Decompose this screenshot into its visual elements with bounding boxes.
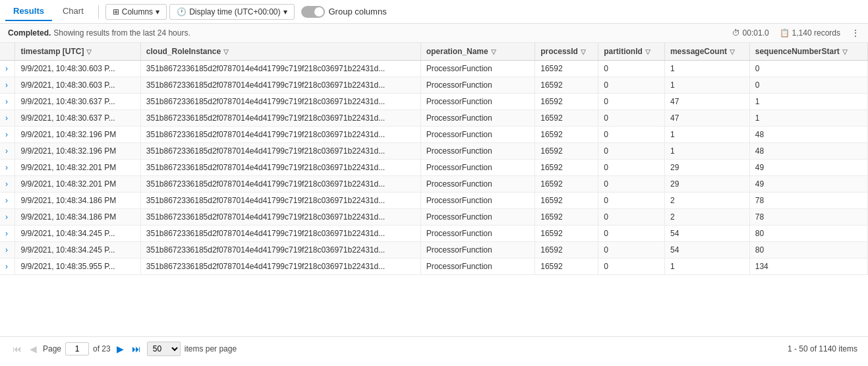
cell-timestamp: 9/9/2021, 10:48:34.245 P... xyxy=(15,242,140,259)
range-label: 1 - 50 of 1140 items xyxy=(788,344,857,353)
cell-partitionid: 0 xyxy=(598,94,665,110)
cell-cloud_roleinstance: 351b8672336185d2f0787014e4d41799c719f218… xyxy=(140,94,420,110)
cell-messagecount: 1 xyxy=(664,143,749,160)
table-row[interactable]: ›9/9/2021, 10:48:30.637 P...351b86723361… xyxy=(0,110,868,127)
table-row[interactable]: ›9/9/2021, 10:48:32.201 PM351b8672336185… xyxy=(0,176,868,193)
filter-cloud-role-icon[interactable]: ▽ xyxy=(223,48,229,55)
table-row[interactable]: ›9/9/2021, 10:48:34.245 P...351b86723361… xyxy=(0,226,868,242)
table-row[interactable]: ›9/9/2021, 10:48:34.245 P...351b86723361… xyxy=(0,242,868,259)
cell-partitionid: 0 xyxy=(598,209,665,226)
cell-messagecount: 2 xyxy=(664,209,749,226)
cell-timestamp: 9/9/2021, 10:48:30.603 P... xyxy=(15,61,140,77)
table-row[interactable]: ›9/9/2021, 10:48:34.186 PM351b8672336185… xyxy=(0,209,868,226)
row-expand-btn[interactable]: › xyxy=(0,242,15,259)
row-expand-btn[interactable]: › xyxy=(0,61,15,77)
table-row[interactable]: ›9/9/2021, 10:48:30.603 P...351b86723361… xyxy=(0,61,868,77)
table-row[interactable]: ›9/9/2021, 10:48:32.201 PM351b8672336185… xyxy=(0,160,868,176)
cell-operation_name: ProcessorFunction xyxy=(420,61,535,77)
cell-operation_name: ProcessorFunction xyxy=(420,242,535,259)
tab-chart[interactable]: Chart xyxy=(55,2,92,21)
cell-sequencenumberstart: 134 xyxy=(749,259,867,275)
row-expand-btn[interactable]: › xyxy=(0,143,15,160)
table-row[interactable]: ›9/9/2021, 10:48:30.603 P...351b86723361… xyxy=(0,77,868,94)
table-row[interactable]: ›9/9/2021, 10:48:35.955 P...351b86723361… xyxy=(0,259,868,275)
th-message-count-label: messageCount xyxy=(670,47,727,56)
cell-sequencenumberstart: 0 xyxy=(749,77,867,94)
toolbar: Results Chart ⊞ Columns ▾ 🕐 Display time… xyxy=(0,0,868,24)
cell-sequencenumberstart: 49 xyxy=(749,160,867,176)
cell-processid: 16592 xyxy=(535,242,598,259)
row-expand-btn[interactable]: › xyxy=(0,77,15,94)
th-operation-name[interactable]: operation_Name ▽ xyxy=(420,43,535,61)
cell-cloud_roleinstance: 351b8672336185d2f0787014e4d41799c719f218… xyxy=(140,226,420,242)
row-expand-btn[interactable]: › xyxy=(0,110,15,127)
table-row[interactable]: ›9/9/2021, 10:48:32.196 PM351b8672336185… xyxy=(0,143,868,160)
tab-results[interactable]: Results xyxy=(5,2,52,21)
th-partition-id-label: partitionId xyxy=(604,47,643,56)
group-columns-wrapper: Group columns xyxy=(301,6,387,18)
th-operation-name-label: operation_Name xyxy=(426,47,488,56)
expand-results-icon[interactable]: ⋮ xyxy=(851,28,860,38)
table-row[interactable]: ›9/9/2021, 10:48:34.186 PM351b8672336185… xyxy=(0,193,868,209)
cell-cloud_roleinstance: 351b8672336185d2f0787014e4d41799c719f218… xyxy=(140,61,420,77)
cell-messagecount: 1 xyxy=(664,259,749,275)
cell-processid: 16592 xyxy=(535,61,598,77)
cell-processid: 16592 xyxy=(535,160,598,176)
columns-button[interactable]: ⊞ Columns ▾ xyxy=(105,4,167,20)
cell-sequencenumberstart: 1 xyxy=(749,110,867,127)
row-expand-btn[interactable]: › xyxy=(0,127,15,143)
table-wrapper: timestamp [UTC] ▽ cloud_RoleInstance ▽ o… xyxy=(0,43,868,336)
cell-sequencenumberstart: 78 xyxy=(749,209,867,226)
th-cloud-role[interactable]: cloud_RoleInstance ▽ xyxy=(140,43,420,61)
th-process-id[interactable]: processId ▽ xyxy=(535,43,598,61)
filter-timestamp-icon[interactable]: ▽ xyxy=(86,48,92,55)
row-expand-btn[interactable]: › xyxy=(0,94,15,110)
filter-process-id-icon[interactable]: ▽ xyxy=(581,48,586,55)
display-time-chevron-icon: ▾ xyxy=(283,7,287,16)
th-timestamp[interactable]: timestamp [UTC] ▽ xyxy=(15,43,140,61)
cell-timestamp: 9/9/2021, 10:48:30.637 P... xyxy=(15,110,140,127)
row-expand-btn[interactable]: › xyxy=(0,160,15,176)
display-time-label: Display time (UTC+00:00) xyxy=(189,7,280,16)
th-message-count[interactable]: messageCount ▽ xyxy=(664,43,749,61)
cell-sequencenumberstart: 48 xyxy=(749,143,867,160)
cell-partitionid: 0 xyxy=(598,193,665,209)
filter-message-count-icon[interactable]: ▽ xyxy=(730,48,735,55)
filter-operation-name-icon[interactable]: ▽ xyxy=(491,48,496,55)
row-expand-btn[interactable]: › xyxy=(0,259,15,275)
page-input[interactable] xyxy=(65,342,89,355)
row-expand-btn[interactable]: › xyxy=(0,193,15,209)
row-expand-btn[interactable]: › xyxy=(0,176,15,193)
cell-sequencenumberstart: 80 xyxy=(749,226,867,242)
expand-col-header xyxy=(0,43,15,61)
cell-timestamp: 9/9/2021, 10:48:34.186 PM xyxy=(15,193,140,209)
last-page-button[interactable]: ⏭ xyxy=(130,344,143,354)
first-page-button[interactable]: ⏮ xyxy=(11,344,24,354)
per-page-select[interactable]: 50 100 200 xyxy=(147,342,181,356)
prev-page-button[interactable]: ◀ xyxy=(28,344,39,354)
cell-cloud_roleinstance: 351b8672336185d2f0787014e4d41799c719f218… xyxy=(140,127,420,143)
cell-cloud_roleinstance: 351b8672336185d2f0787014e4d41799c719f218… xyxy=(140,242,420,259)
row-expand-btn[interactable]: › xyxy=(0,226,15,242)
th-sequence-number[interactable]: sequenceNumberStart ▽ xyxy=(749,43,867,61)
cell-partitionid: 0 xyxy=(598,143,665,160)
cell-cloud_roleinstance: 351b8672336185d2f0787014e4d41799c719f218… xyxy=(140,143,420,160)
cell-partitionid: 0 xyxy=(598,110,665,127)
page-label: Page xyxy=(43,344,61,353)
group-columns-toggle[interactable] xyxy=(301,6,325,18)
cell-timestamp: 9/9/2021, 10:48:32.201 PM xyxy=(15,160,140,176)
cell-cloud_roleinstance: 351b8672336185d2f0787014e4d41799c719f218… xyxy=(140,160,420,176)
cell-cloud_roleinstance: 351b8672336185d2f0787014e4d41799c719f218… xyxy=(140,259,420,275)
cell-timestamp: 9/9/2021, 10:48:35.955 P... xyxy=(15,259,140,275)
row-expand-btn[interactable]: › xyxy=(0,209,15,226)
th-partition-id[interactable]: partitionId ▽ xyxy=(598,43,665,61)
filter-sequence-number-icon[interactable]: ▽ xyxy=(842,48,848,55)
next-page-button[interactable]: ▶ xyxy=(115,344,126,354)
cell-processid: 16592 xyxy=(535,77,598,94)
footer-range: 1 - 50 of 1140 items xyxy=(788,344,857,353)
display-time-button[interactable]: 🕐 Display time (UTC+00:00) ▾ xyxy=(169,4,294,20)
table-row[interactable]: ›9/9/2021, 10:48:30.637 P...351b86723361… xyxy=(0,94,868,110)
filter-partition-id-icon[interactable]: ▽ xyxy=(645,48,651,55)
table-row[interactable]: ›9/9/2021, 10:48:32.196 PM351b8672336185… xyxy=(0,127,868,143)
cell-cloud_roleinstance: 351b8672336185d2f0787014e4d41799c719f218… xyxy=(140,209,420,226)
